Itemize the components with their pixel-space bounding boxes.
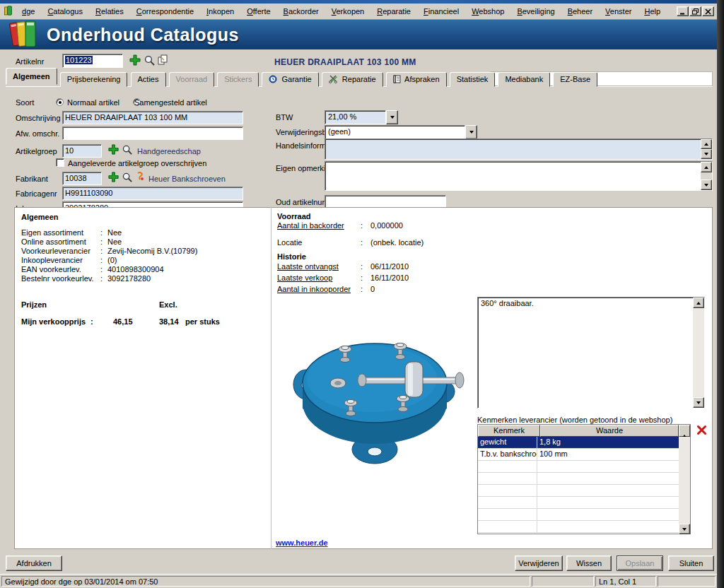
handelsinformatie-textarea[interactable] [325, 139, 713, 160]
fabricagenr-input[interactable]: H9911103090 [62, 187, 243, 200]
waarde-column-header[interactable]: Waarde [540, 425, 679, 437]
minimize-button[interactable] [677, 6, 689, 16]
opslaan-button[interactable]: Opslaan [617, 555, 663, 571]
table-row[interactable] [478, 461, 679, 473]
locatie-label: Locatie [277, 238, 361, 247]
plus-icon [129, 54, 141, 66]
tab-acties[interactable]: Acties [131, 72, 166, 87]
menu-item-backorder[interactable]: Backorder [277, 5, 325, 18]
tab-label: Statistiek [457, 75, 489, 83]
tab-stickers[interactable]: Stickers [217, 72, 259, 87]
kenmerk-cell: T.b.v. bankschroef [478, 449, 537, 460]
tab-mediabank[interactable]: Mediabank [498, 72, 550, 87]
artikelgroep-search-button[interactable] [122, 144, 133, 157]
artikelgroep-add-button[interactable] [107, 143, 119, 157]
fabrikant-link[interactable]: Heuer Bankschroeven [148, 175, 226, 183]
close-button[interactable] [702, 6, 714, 16]
fabrikant-browse-button[interactable] [135, 171, 145, 184]
tab-voorraad[interactable]: Voorraad [169, 72, 215, 87]
table-row[interactable]: T.b.v. bankschroef100 mm [478, 449, 679, 461]
menu-item-verkopen[interactable]: Verkopen [325, 5, 371, 18]
wissen-button[interactable]: Wissen [566, 555, 612, 571]
scroll-down-button[interactable] [701, 180, 712, 190]
tab-algemeen[interactable]: Algemeen [6, 68, 57, 85]
table-scroll-up[interactable] [679, 425, 690, 437]
menu-item-dge[interactable]: dge [16, 5, 41, 18]
artikelgroep-input[interactable]: 10 [62, 144, 102, 158]
copy-article-button[interactable] [157, 54, 168, 67]
scroll-down-button[interactable] [701, 149, 712, 159]
kenmerk-column-header[interactable]: Kenmerk [478, 425, 540, 437]
sluiten-button[interactable]: Sluiten [668, 555, 714, 571]
menu-item-financieel[interactable]: Financieel [417, 5, 465, 18]
tab-prijsberekening[interactable]: Prijsberekening [60, 72, 128, 87]
fabrikant-search-button[interactable] [122, 172, 133, 184]
fabrikant-input[interactable]: 10038 [62, 172, 102, 185]
description-scrollbar[interactable] [693, 298, 704, 408]
tab-ezbase[interactable]: EZ-Base [553, 72, 597, 87]
verwijdering-dropdown-button[interactable] [465, 125, 477, 139]
artikelnr-input[interactable]: 101223 [62, 54, 123, 68]
afdrukken-button[interactable]: Afdrukken [6, 555, 62, 571]
menu-item-webshop[interactable]: Webshop [465, 5, 510, 18]
menu-item-inkopen[interactable]: Inkopen [200, 5, 240, 18]
table-row[interactable] [478, 473, 679, 485]
table-row[interactable]: gewicht1,8 kg [478, 437, 679, 449]
radio-normaal-artikel[interactable] [56, 98, 64, 106]
scroll-up-button[interactable] [693, 298, 704, 308]
status-cell [658, 576, 716, 587]
artikelgroep-link[interactable]: Handgereedschap [137, 147, 201, 155]
table-row[interactable] [478, 521, 679, 533]
fabrikant-add-button[interactable] [107, 171, 119, 184]
menu-item-help[interactable]: Help [638, 5, 667, 18]
menu-item-reparatie[interactable]: Reparatie [370, 5, 417, 18]
verwijdering-combo[interactable]: (geen) [325, 125, 477, 139]
plus-icon [107, 143, 119, 155]
backorder-link[interactable]: Aantal in backorder [277, 221, 361, 230]
handelsinformatie-scrollbar[interactable] [701, 139, 712, 159]
arrow-down-icon [682, 528, 687, 531]
omschrijving-input[interactable]: HEUER DRAAIPLAAT 103 100 MM [62, 111, 243, 124]
table-scroll-down[interactable] [679, 524, 690, 534]
delete-kenmerk-button[interactable] [696, 425, 707, 437]
tab-label: Reparatie [342, 75, 376, 83]
search-article-button[interactable] [144, 54, 156, 68]
tab-garantie[interactable]: Garantie [262, 72, 318, 87]
table-row[interactable] [478, 497, 679, 509]
btw-combo[interactable]: 21,00 % [325, 110, 398, 124]
menu-item-correspondentie[interactable]: Correspondentie [130, 5, 200, 18]
restore-button[interactable] [689, 6, 701, 16]
laatste-ontvangst-link[interactable]: Laatste ontvangst [277, 262, 361, 271]
tab-statistiek[interactable]: Statistiek [450, 72, 496, 87]
info-row: Online assortiment:Nee [21, 237, 265, 246]
kenmerk-cell: gewicht [478, 437, 537, 448]
tab-reparatie[interactable]: Reparatie [322, 72, 383, 87]
website-link[interactable]: www.heuer.de [276, 539, 328, 547]
afw-omschr-label: Afw. omschr. [16, 129, 59, 138]
table-row[interactable] [478, 485, 679, 497]
menu-item-catalogus[interactable]: Catalogus [41, 5, 89, 18]
eigen-opmerkingen-scrollbar[interactable] [701, 162, 712, 190]
scroll-down-button[interactable] [693, 397, 704, 408]
description-textarea[interactable]: 360° draaibaar. [477, 297, 705, 408]
menu-item-venster[interactable]: Venster [599, 5, 638, 18]
kenmerken-table[interactable]: Kenmerk Waarde gewicht1,8 kg T.b.v. bank… [477, 424, 691, 534]
table-row[interactable] [478, 509, 679, 521]
info-label: Bestelnr voorkeurlev. [21, 274, 100, 283]
btw-dropdown-button[interactable] [386, 110, 398, 124]
eigen-opmerkingen-textarea[interactable] [325, 161, 713, 191]
afw-omschr-input[interactable] [62, 127, 243, 140]
scroll-up-button[interactable] [701, 162, 712, 172]
menu-item-relaties[interactable]: Relaties [89, 5, 130, 18]
laatste-verkoop-link[interactable]: Laatste verkoop [277, 274, 361, 283]
add-article-button[interactable] [129, 54, 141, 68]
scroll-up-button[interactable] [701, 139, 712, 149]
table-scrollbar[interactable] [679, 437, 690, 534]
inkooporder-link[interactable]: Aantal in inkooporder [277, 285, 361, 294]
menu-item-beheer[interactable]: Beheer [561, 5, 599, 18]
menu-item-offerte[interactable]: Offerte [240, 5, 276, 18]
tab-afspraken[interactable]: Afspraken [386, 72, 447, 87]
verwijderen-button[interactable]: Verwijderen [515, 555, 563, 571]
override-artikelgroep-checkbox[interactable] [56, 158, 64, 167]
menu-item-beveiliging[interactable]: Beveiliging [510, 5, 561, 18]
